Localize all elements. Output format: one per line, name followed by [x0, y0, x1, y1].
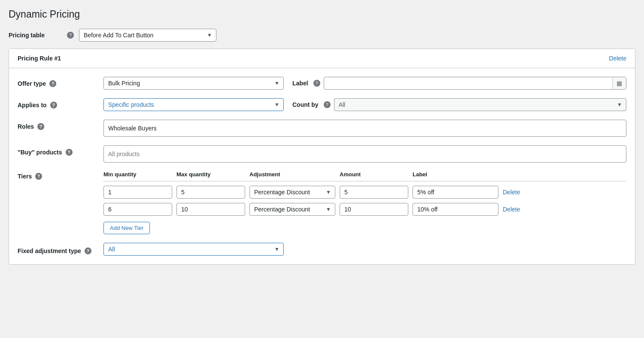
col-header-max-qty: Max quantity [176, 171, 245, 178]
fixed-adj-label-col: Fixed adjustment type ? [18, 244, 103, 254]
label-input-wrapper: ▦ [324, 77, 626, 90]
label-field-label: Label [292, 80, 308, 87]
roles-label: Roles [18, 123, 34, 130]
pricing-rule-delete-link[interactable]: Delete [609, 55, 626, 62]
tiers-label-col: Tiers ? [18, 171, 103, 180]
card-header: Pricing Rule #1 Delete [9, 49, 635, 68]
tiers-main-row: Tiers ? Min quantity Max quantity Adjust… [18, 171, 626, 234]
count-by-help-icon[interactable]: ? [324, 101, 331, 108]
pricing-rule-title: Pricing Rule #1 [18, 55, 61, 62]
tiers-col-headers: Min quantity Max quantity Adjustment Amo… [103, 171, 626, 181]
buy-products-input[interactable] [103, 145, 626, 163]
roles-fields [103, 120, 626, 137]
col-header-min-qty: Min quantity [103, 171, 172, 178]
tier-2-adjustment-wrapper: Percentage Discount Fixed Discount Fixed… [249, 203, 335, 216]
tier-2-amount[interactable] [340, 203, 408, 216]
fixed-adj-label: Fixed adjustment type [18, 247, 81, 254]
buy-products-help-icon[interactable]: ? [66, 149, 73, 156]
pricing-table-row: Pricing table ? Before Add To Cart Butto… [9, 29, 635, 42]
tier-1-adjustment-wrapper: Percentage Discount Fixed Discount Fixed… [249, 186, 335, 199]
tier-1-amount[interactable] [340, 186, 408, 199]
tier-2-min-qty[interactable] [103, 203, 172, 216]
pricing-table-select[interactable]: Before Add To Cart Button After Add To C… [79, 29, 216, 42]
tiers-section: Tiers ? Min quantity Max quantity Adjust… [18, 171, 626, 234]
fixed-adj-fields: All Cheapest Most Expensive ▼ [103, 243, 626, 256]
fixed-adj-select-wrapper: All Cheapest Most Expensive ▼ [103, 243, 284, 256]
offer-type-label: Offer type [18, 80, 46, 87]
add-tier-button[interactable]: Add New Tier [103, 222, 150, 234]
applies-to-label-col: Applies to ? [18, 98, 103, 109]
tiers-help-icon[interactable]: ? [35, 173, 42, 180]
applies-to-help-icon[interactable]: ? [50, 102, 57, 109]
buy-products-fields [103, 145, 626, 163]
applies-to-select[interactable]: Specific products All products Specific … [103, 98, 284, 111]
tier-1-adjustment-select[interactable]: Percentage Discount Fixed Discount Fixed… [249, 186, 335, 199]
roles-row: Roles ? [18, 120, 626, 137]
applies-to-row: Applies to ? Specific products All produ… [18, 98, 626, 111]
col-header-label: Label [413, 171, 498, 178]
tier-row-1: Percentage Discount Fixed Discount Fixed… [103, 186, 626, 199]
count-by-label: Count by [292, 101, 319, 108]
offer-type-help-icon[interactable]: ? [49, 80, 56, 87]
card-body: Offer type ? Bulk Pricing Special Offer … [9, 68, 635, 264]
col-header-actions [503, 171, 529, 178]
roles-label-col: Roles ? [18, 120, 103, 130]
tier-row-2: Percentage Discount Fixed Discount Fixed… [103, 203, 626, 216]
buy-products-label: "Buy" products [18, 149, 62, 156]
fixed-adj-help-icon[interactable]: ? [85, 247, 91, 254]
offer-type-fields: Bulk Pricing Special Offer Buy X Get Y ▼… [103, 77, 626, 90]
applies-to-label: Applies to [18, 102, 47, 109]
tier-2-delete-link[interactable]: Delete [503, 206, 529, 213]
col-header-amount: Amount [340, 171, 408, 178]
pricing-table-select-wrapper: Before Add To Cart Button After Add To C… [79, 29, 216, 42]
tier-2-adjustment-select[interactable]: Percentage Discount Fixed Discount Fixed… [249, 203, 335, 216]
offer-type-label-col: Offer type ? [18, 77, 103, 87]
label-field-group: Label ? ▦ [292, 77, 626, 90]
roles-input[interactable] [103, 120, 626, 137]
count-by-select-wrapper: All Product Variation ▼ [334, 98, 626, 111]
pricing-table-help-icon[interactable]: ? [67, 32, 74, 39]
offer-type-select[interactable]: Bulk Pricing Special Offer Buy X Get Y [103, 77, 284, 90]
tier-1-max-qty[interactable] [176, 186, 245, 199]
tier-1-delete-link[interactable]: Delete [503, 189, 529, 196]
applies-to-select-wrapper: Specific products All products Specific … [103, 98, 284, 111]
offer-type-row: Offer type ? Bulk Pricing Special Offer … [18, 77, 626, 90]
tier-2-label[interactable] [413, 203, 498, 216]
col-header-adjustment: Adjustment [249, 171, 335, 178]
label-field-help-icon[interactable]: ? [313, 80, 320, 87]
fixed-adj-select[interactable]: All Cheapest Most Expensive [103, 243, 284, 256]
tier-1-min-qty[interactable] [103, 186, 172, 199]
tier-2-max-qty[interactable] [176, 203, 245, 216]
offer-type-select-wrapper: Bulk Pricing Special Offer Buy X Get Y ▼ [103, 77, 284, 90]
buy-products-row: "Buy" products ? [18, 145, 626, 163]
label-input[interactable] [324, 77, 626, 90]
applies-to-fields: Specific products All products Specific … [103, 98, 626, 111]
tiers-label: Tiers [18, 173, 32, 180]
label-icon-button[interactable]: ▦ [612, 77, 626, 89]
page-title: Dynamic Pricing [9, 9, 635, 20]
pricing-rule-card: Pricing Rule #1 Delete Offer type ? Bulk… [9, 48, 635, 265]
buy-products-label-col: "Buy" products ? [18, 145, 103, 156]
tiers-content: Min quantity Max quantity Adjustment Amo… [103, 171, 626, 234]
count-by-field-group: Count by ? All Product Variation ▼ [292, 98, 626, 111]
count-by-select[interactable]: All Product Variation [334, 98, 626, 111]
tier-1-label[interactable] [413, 186, 498, 199]
fixed-adjustment-row: Fixed adjustment type ? All Cheapest Mos… [18, 243, 626, 256]
pricing-table-label: Pricing table [9, 32, 60, 39]
roles-help-icon[interactable]: ? [37, 123, 44, 130]
